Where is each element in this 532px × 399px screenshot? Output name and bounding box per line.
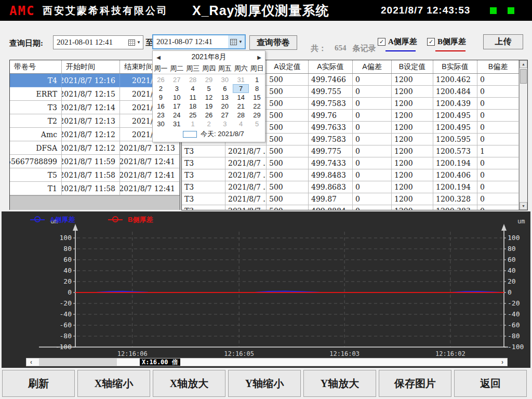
calendar-day[interactable]: 16 [153, 102, 169, 111]
svg-text:-60: -60 [60, 321, 72, 329]
calendar-day[interactable]: 25 [185, 111, 201, 119]
calendar-today-label[interactable]: 今天: 2021/8/7 [201, 129, 244, 139]
chart-horizontal-scrollbar[interactable]: ‹ X:16.00 倍 › [26, 358, 508, 366]
table-row[interactable]: T32021/8/7 ...500499.8884012001200.3830 [182, 205, 519, 210]
calendar-day[interactable]: 15 [249, 93, 265, 102]
calendar-day[interactable]: 19 [201, 102, 217, 111]
chart-scrollbar-track[interactable]: X:16.00 倍 [36, 358, 498, 366]
table-row[interactable]: T32021/8/7 ...500499.87012001200.3280 [182, 193, 519, 205]
calendar-day[interactable]: 27 [217, 111, 233, 119]
query-coils-button[interactable]: 查询带卷 [249, 35, 297, 50]
table-row[interactable]: T32021/8/7 ...500499.8483012001200.4060 [182, 169, 519, 181]
table-row[interactable]: 12234556677888992021/8/7 11:592021/8/7 1… [10, 155, 180, 168]
calendar-day[interactable]: 6 [217, 84, 233, 93]
calendar-prev-icon[interactable]: ◀ [153, 55, 164, 60]
calendar-day[interactable]: 21 [233, 102, 249, 111]
calendar-day[interactable]: 8 [249, 84, 265, 93]
scroll-up-icon[interactable]: ▲ [520, 60, 527, 68]
table-cell: 499.87 [309, 193, 353, 205]
table-cell: 499.7433 [309, 157, 353, 169]
y-axis-zoom-out-button[interactable]: Y轴缩小 [228, 370, 301, 397]
record-count-prefix: 共： [311, 44, 326, 54]
table-row[interactable]: T12021/8/7 11:582021/8/7 12:41 [10, 182, 180, 195]
table-cell: 1200 [392, 157, 433, 169]
page-title: X_Ray测厚仪测量系统 [192, 2, 329, 19]
b-side-checkbox-group[interactable]: ✓ B侧厚差 [427, 37, 466, 47]
calendar-day[interactable]: 14 [233, 93, 249, 102]
a-side-checkbox-group[interactable]: ✓ A侧厚差 [378, 37, 417, 47]
y-axis-zoom-in-button[interactable]: Y轴放大 [303, 370, 376, 397]
calendar-day[interactable]: 1 [185, 119, 201, 128]
calendar-day[interactable]: 4 [233, 119, 249, 128]
table-cell: 0 [353, 134, 392, 145]
calendar-day[interactable]: 29 [201, 75, 217, 84]
table-cell: 2021/8/7 ... [225, 145, 267, 157]
back-button[interactable]: 返回 [454, 370, 527, 397]
calendar-day[interactable]: 28 [233, 111, 249, 119]
calendar-day[interactable]: 1 [249, 75, 265, 84]
calendar-day[interactable]: 12 [201, 93, 217, 102]
table-row[interactable]: T52021/8/7 11:582021/8/7 12:41 [10, 168, 180, 182]
table-cell: 1200.484 [433, 86, 477, 98]
save-image-button[interactable]: 保存图片 [379, 370, 451, 397]
date-from-picker-button[interactable]: ▼ [126, 36, 143, 49]
calendar-day[interactable]: 30 [153, 119, 169, 128]
calendar-day[interactable]: 27 [169, 75, 185, 84]
calendar-day[interactable]: 22 [249, 102, 265, 111]
date-to-picker-button[interactable]: ▼ [228, 35, 245, 48]
svg-text:80: 80 [508, 245, 516, 252]
weekday-label: 周四 [201, 63, 217, 74]
calendar-day[interactable]: 3 [169, 84, 185, 93]
a-side-checkbox[interactable]: ✓ [378, 38, 385, 46]
scroll-left-icon[interactable]: ‹ [26, 358, 36, 366]
calendar-day[interactable]: 23 [153, 111, 169, 119]
table-cell: 1200 [392, 145, 433, 157]
calendar-day[interactable]: 13 [217, 93, 233, 102]
scroll-right-icon[interactable]: › [498, 358, 507, 366]
table-row[interactable]: T32021/8/7 ...500499.775012001200.5731 [182, 145, 519, 157]
upload-button[interactable]: 上传 [483, 34, 523, 49]
chart-scrollbar-thumb[interactable] [39, 358, 117, 366]
calendar-day[interactable]: 26 [153, 75, 169, 84]
calendar-day[interactable]: 2 [201, 119, 217, 128]
calendar-day[interactable]: 11 [185, 93, 201, 102]
refresh-button[interactable]: 刷新 [2, 370, 75, 397]
calendar-day[interactable]: 31 [233, 75, 249, 84]
table-cell: 500 [267, 86, 309, 98]
calendar-day[interactable]: 18 [185, 102, 201, 111]
date-to-input[interactable]: 2021-08-07 12:41 ▼ [152, 34, 246, 49]
calendar-day[interactable]: 5 [249, 119, 265, 128]
table-row[interactable]: T32021/8/7 ...500499.8683012001200.1940 [182, 181, 519, 193]
calendar-day[interactable]: 24 [169, 111, 185, 119]
table-row[interactable]: T32021/8/7 ...500499.7433012001200.1940 [182, 157, 519, 169]
legend-line-circle-icon [30, 219, 45, 220]
calendar-day[interactable]: 31 [169, 119, 185, 128]
scroll-down-icon[interactable]: ▼ [520, 202, 527, 210]
calendar-day[interactable]: 2 [153, 84, 169, 93]
calendar-day[interactable]: 10 [169, 93, 185, 102]
calendar-day[interactable]: 26 [201, 111, 217, 119]
calendar-day[interactable]: 20 [217, 102, 233, 111]
calendar-day[interactable]: 28 [185, 75, 201, 84]
date-picker-popup: ◀ 2021年8月 ▶ 周一周二周三周四周五周六周日 2627282930311… [152, 50, 265, 142]
calendar-next-icon[interactable]: ▶ [254, 55, 265, 60]
measurement-table-scrollbar[interactable]: ▲ ▼ [519, 60, 527, 210]
b-side-checkbox[interactable]: ✓ [427, 38, 435, 46]
table-cell: 499.7633 [309, 122, 353, 134]
calendar-day[interactable]: 29 [249, 111, 265, 119]
calendar-day[interactable]: 5 [201, 84, 217, 93]
weekday-label: 周一 [153, 63, 169, 74]
calendar-day[interactable]: 3 [217, 119, 233, 128]
calendar-day[interactable]: 17 [169, 102, 185, 111]
table-cell: ERRT [10, 87, 62, 101]
x-axis-zoom-out-button[interactable]: X轴缩小 [77, 370, 150, 397]
calendar-day[interactable]: 4 [185, 84, 201, 93]
date-from-input[interactable]: 2021-08-01 12:41 ▼ [53, 35, 143, 49]
calendar-day[interactable]: 7 [233, 84, 249, 93]
calendar-day[interactable]: 30 [217, 75, 233, 84]
scrollbar-thumb[interactable] [520, 69, 527, 84]
calendar-today-box[interactable] [183, 131, 197, 138]
x-axis-zoom-in-button[interactable]: X轴放大 [153, 370, 225, 397]
table-row[interactable]: DFSA2021/8/7 12:122021/8/7 12:13 [10, 141, 180, 155]
calendar-day[interactable]: 9 [153, 93, 169, 102]
